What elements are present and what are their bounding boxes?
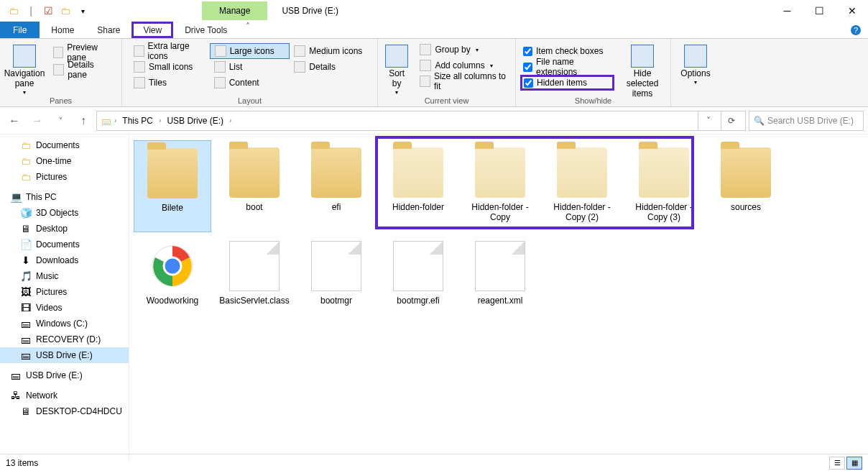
tree-quick-one-time[interactable]: 🗀One-time xyxy=(0,153,129,169)
tree-usb-drive-e-[interactable]: 🖴USB Drive (E:) xyxy=(0,347,129,363)
file-icon xyxy=(229,241,280,291)
options-button[interactable]: Options ▾ xyxy=(675,42,716,88)
details-view-toggle[interactable]: ☰ xyxy=(829,457,845,470)
tree-documents[interactable]: 📄Documents xyxy=(0,237,129,252)
tree-network[interactable]: 🖧Network xyxy=(0,388,129,403)
layout-tiles[interactable]: Tiles xyxy=(129,75,210,91)
content-area[interactable]: BiletebootefiHidden-folderHidden-folder … xyxy=(129,134,868,462)
tab-home[interactable]: Home xyxy=(40,22,86,38)
history-dropdown-icon[interactable]: ˅ xyxy=(698,111,718,131)
group-by-button[interactable]: Group by▾ xyxy=(415,42,511,58)
tree-network-child[interactable]: 🖥DESKTOP-CD4HDCU xyxy=(0,403,129,419)
item-hidden-folder[interactable]: Hidden-folder xyxy=(379,140,457,232)
item-woodworking[interactable]: Woodworking xyxy=(134,234,211,326)
tree-quick-documents[interactable]: 🗀Documents xyxy=(0,137,129,153)
tree-recovery-d-[interactable]: 🖴RECOVERY (D:) xyxy=(0,331,129,347)
tree-downloads[interactable]: ⬇Downloads xyxy=(0,252,129,268)
contextual-tab-manage[interactable]: Manage xyxy=(202,1,267,20)
qat-dropdown-icon[interactable]: ▾ xyxy=(75,3,91,19)
details-pane-button[interactable]: Details pane xyxy=(49,62,117,78)
item-sources[interactable]: sources xyxy=(707,140,785,232)
window-controls: ─ ☐ ✕ xyxy=(771,0,868,22)
preview-pane-button[interactable]: Preview pane xyxy=(49,45,117,60)
item-boot[interactable]: boot xyxy=(216,140,293,232)
navigation-pane-button[interactable]: Navigation pane ▾ xyxy=(4,42,45,99)
layout-group-label: Layout xyxy=(122,96,377,105)
recent-dropdown[interactable]: ˅ xyxy=(50,111,70,131)
tab-share[interactable]: Share xyxy=(86,22,131,38)
close-button[interactable]: ✕ xyxy=(836,0,868,22)
tree-music[interactable]: 🎵Music xyxy=(0,268,129,284)
refresh-icon[interactable]: ⟳ xyxy=(721,111,741,131)
tree-videos[interactable]: 🎞Videos xyxy=(0,300,129,316)
item-reagent-xml[interactable]: reagent.xml xyxy=(461,234,539,326)
layout-details[interactable]: Details xyxy=(290,59,370,75)
tree-item-icon: 🧊 xyxy=(20,207,32,219)
hidden-items-toggle[interactable]: Hidden items xyxy=(520,75,614,91)
back-button[interactable]: ← xyxy=(4,111,24,131)
tab-drive-tools[interactable]: Drive Tools xyxy=(173,22,239,38)
item-bootmgr[interactable]: bootmgr xyxy=(297,234,375,326)
layout-medium-icons[interactable]: Medium icons xyxy=(290,43,370,59)
breadcrumb[interactable]: 🖴 › This PC › USB Drive (E:) › ˅ ⟳ xyxy=(96,111,746,131)
body: 🗀Documents🗀One-time🗀Pictures 💻This PC 🧊3… xyxy=(0,134,868,462)
forward-button[interactable]: → xyxy=(27,111,47,131)
layout-extra-large-icons[interactable]: Extra large icons xyxy=(129,43,210,59)
minimize-button[interactable]: ─ xyxy=(771,0,803,22)
item-label: sources xyxy=(728,202,764,212)
preview-pane-icon xyxy=(53,47,63,58)
file-menu[interactable]: File xyxy=(0,22,40,38)
item-bootmgr-efi[interactable]: bootmgr.efi xyxy=(379,234,457,326)
folder-icon xyxy=(229,147,280,198)
qat-check-icon[interactable]: ☑ xyxy=(40,3,56,19)
layout-icon xyxy=(294,61,305,73)
item-hidden-folder-copy[interactable]: Hidden-folder - Copy xyxy=(461,140,539,232)
item-label: bootmgr.efi xyxy=(394,296,442,306)
tree-usb-below[interactable]: 🖴USB Drive (E:) xyxy=(0,367,129,383)
layout-small-icons[interactable]: Small icons xyxy=(129,59,210,75)
item-checkboxes-checkbox[interactable] xyxy=(523,47,532,56)
layout-list[interactable]: List xyxy=(210,59,290,75)
breadcrumb-this-pc[interactable]: This PC xyxy=(119,116,156,126)
folder-icon: 🗀 xyxy=(20,171,32,183)
item-count: 13 items xyxy=(6,458,38,468)
search-input[interactable]: 🔍 Search USB Drive (E:) xyxy=(749,111,864,131)
pc-icon: 💻 xyxy=(10,191,22,203)
window-title: USB Drive (E:) xyxy=(282,6,338,16)
tree-this-pc[interactable]: 💻This PC xyxy=(0,189,129,205)
layout-large-icons[interactable]: Large icons xyxy=(210,43,290,59)
item-hidden-folder-copy-3-[interactable]: Hidden-folder - Copy (3) xyxy=(625,140,703,232)
item-basicservlet-class[interactable]: BasicServlet.class xyxy=(216,234,293,326)
collapse-ribbon-icon[interactable]: ˄ xyxy=(239,22,257,38)
item-bilete[interactable]: Bilete xyxy=(134,140,211,232)
tab-view[interactable]: View xyxy=(131,22,173,38)
item-efi[interactable]: efi xyxy=(297,140,375,232)
tree-windows-c-[interactable]: 🖴Windows (C:) xyxy=(0,316,129,331)
tree-pictures[interactable]: 🖼Pictures xyxy=(0,284,129,300)
layout-content[interactable]: Content xyxy=(210,75,290,91)
item-hidden-folder-copy-2-[interactable]: Hidden-folder - Copy (2) xyxy=(543,140,621,232)
icons-view-toggle[interactable]: ▦ xyxy=(846,457,862,470)
tree-3d-objects[interactable]: 🧊3D Objects xyxy=(0,205,129,221)
navigation-tree[interactable]: 🗀Documents🗀One-time🗀Pictures 💻This PC 🧊3… xyxy=(0,134,129,462)
chevron-down-icon: ▾ xyxy=(694,79,697,86)
folder-icon xyxy=(147,148,198,198)
hide-selected-button[interactable]: Hide selected items xyxy=(619,42,666,101)
size-columns-button[interactable]: Size all columns to fit xyxy=(415,73,511,89)
file-extensions-checkbox[interactable] xyxy=(523,63,532,72)
network-icon: 🖧 xyxy=(10,390,22,401)
file-extensions-toggle[interactable]: File name extensions xyxy=(520,59,614,75)
tree-quick-pictures[interactable]: 🗀Pictures xyxy=(0,169,129,185)
group-by-icon xyxy=(420,44,431,55)
qat-folder-icon[interactable]: 🗀 xyxy=(57,3,73,19)
tree-desktop[interactable]: 🖥Desktop xyxy=(0,221,129,237)
hide-selected-icon xyxy=(631,45,654,68)
breadcrumb-usb[interactable]: USB Drive (E:) xyxy=(164,116,226,126)
hidden-items-checkbox[interactable] xyxy=(524,78,533,88)
help-icon[interactable] xyxy=(844,22,868,38)
maximize-button[interactable]: ☐ xyxy=(803,0,836,22)
sort-by-button[interactable]: Sort by ▾ xyxy=(382,42,411,99)
view-toggle: ☰ ▦ xyxy=(829,457,862,470)
tree-item-icon: 🖥 xyxy=(20,223,32,234)
up-button[interactable]: ↑ xyxy=(73,111,93,131)
